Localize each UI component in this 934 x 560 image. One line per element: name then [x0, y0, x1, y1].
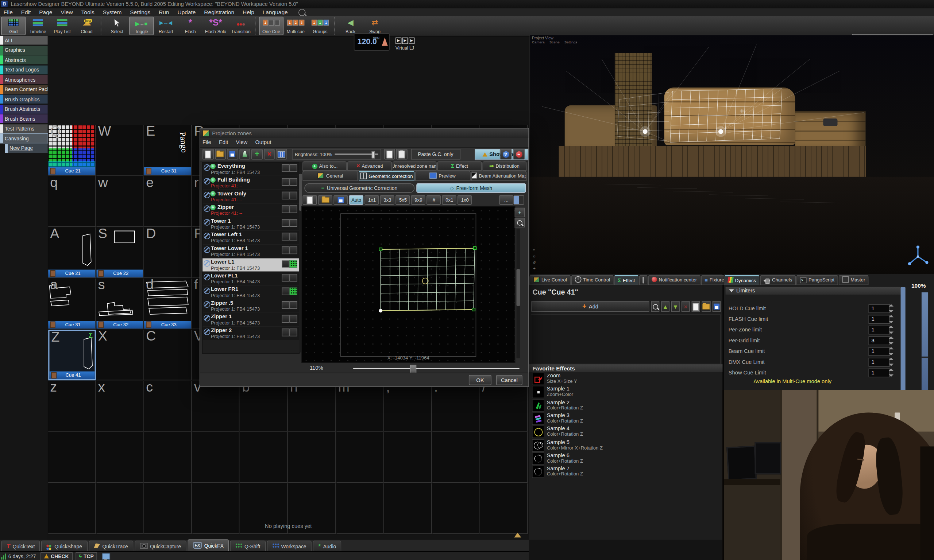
- cue-cell-cue-33[interactable]: dCue 33: [144, 278, 191, 329]
- zone-disable-icon[interactable]: [203, 274, 210, 280]
- cue-cell[interactable]: [384, 432, 432, 483]
- one-cue-button[interactable]: 1One Cue: [259, 17, 284, 35]
- flash-button[interactable]: *Flash: [178, 17, 202, 35]
- cue-cell[interactable]: v: [192, 381, 240, 432]
- zone-add-icon[interactable]: +: [210, 191, 216, 197]
- paste-gc-only-button[interactable]: Paste G.C. only: [411, 149, 460, 159]
- zone-disable-icon[interactable]: [203, 301, 210, 308]
- zone-row-tower-lower-1[interactable]: Tower Lower 1Projector 1: FB4 15473: [202, 245, 299, 258]
- sidebar-item-brush-abstracts[interactable]: Brush Abstracts: [0, 105, 48, 113]
- cue-cell[interactable]: [144, 432, 191, 483]
- back-button[interactable]: ◀Back: [338, 17, 363, 35]
- mesh-scrollbar[interactable]: [516, 229, 520, 358]
- zone-checkbox-1[interactable]: [282, 301, 289, 309]
- zone-disable-icon[interactable]: [203, 232, 210, 239]
- limiter-spinner[interactable]: [888, 326, 894, 334]
- limiter-value-input[interactable]: 1: [868, 315, 890, 324]
- zone-row-tower-1[interactable]: Tower 1Projector 1: FB4 15473: [202, 217, 299, 231]
- tab-notification-center[interactable]: Notification center: [648, 275, 701, 285]
- cue-cell[interactable]: [336, 432, 384, 483]
- tab-channels[interactable]: Channels: [760, 275, 796, 285]
- tab-unresolved-zone-names[interactable]: ×Unresolved zone names: [393, 161, 437, 171]
- quicktab-q-shift[interactable]: Q-Shift: [230, 540, 266, 551]
- mesh-preset-#[interactable]: #: [427, 195, 441, 205]
- mesh-add-point-button[interactable]: +: [515, 208, 525, 217]
- favorite-effect-zoom[interactable]: ZoomSize X+Size Y: [531, 372, 721, 385]
- favorite-effect-sample-4[interactable]: Sample 4Color+Rotation Z: [531, 426, 721, 438]
- limiter-spinner[interactable]: [888, 369, 894, 377]
- cue-cell-cue-31[interactable]: PangoECue 31: [144, 125, 191, 176]
- paste-gc-button[interactable]: [396, 149, 407, 159]
- limiter-value-input[interactable]: 1: [868, 358, 890, 366]
- cue-cell[interactable]: n: [288, 381, 336, 432]
- cue-cell[interactable]: [96, 432, 144, 483]
- brightness-slider[interactable]: [334, 154, 378, 155]
- cue-cell-cue-21[interactable]: ACue 21: [48, 228, 96, 278]
- mesh-preset-0x1[interactable]: 0x1: [442, 195, 456, 205]
- limiter-spinner[interactable]: [888, 347, 894, 355]
- zone-disable-icon[interactable]: [203, 192, 210, 198]
- cue-cell-cue-22[interactable]: SCue 22: [96, 228, 144, 278]
- cue-cell[interactable]: w: [96, 176, 144, 227]
- cue-cell[interactable]: X: [96, 329, 144, 380]
- delete-effect-button[interactable]: ×: [681, 301, 690, 312]
- spin-up-icon[interactable]: [889, 315, 894, 318]
- limiter-value-input[interactable]: 1: [868, 369, 890, 377]
- favorite-effect-sample-6[interactable]: Sample 6Color+Rotation Z: [531, 452, 721, 465]
- select-button[interactable]: Select: [105, 17, 129, 35]
- ok-button[interactable]: OK: [469, 375, 492, 385]
- zone-checkbox-2[interactable]: [289, 260, 297, 268]
- grid-scroll-up-icon[interactable]: [514, 533, 521, 537]
- zone-checkbox-1[interactable]: [282, 246, 289, 254]
- open-button[interactable]: [215, 149, 226, 159]
- zone-row-zipper-2[interactable]: Zipper 2Projector 1: FB4 15473: [202, 327, 299, 340]
- tab-beam-attenuation-map[interactable]: Beam Attenuation Map: [471, 171, 527, 181]
- cue-cell[interactable]: [48, 432, 96, 483]
- multi-cue-button[interactable]: 123Multi cue: [284, 17, 308, 35]
- tab-live-control[interactable]: Live Control: [529, 275, 570, 285]
- new-effect-button[interactable]: [692, 301, 700, 312]
- quicktab-quicktext[interactable]: TQuickText: [1, 540, 40, 551]
- delete-zone-button[interactable]: ×: [264, 149, 275, 159]
- cue-cell-cue-31[interactable]: aCue 31: [48, 278, 96, 329]
- zone-checkbox-2[interactable]: [289, 219, 297, 227]
- sidebar-item-canvasing[interactable]: Canvasing: [0, 134, 48, 143]
- limiter-value-input[interactable]: 1: [868, 347, 890, 356]
- favorite-effect-sample-3[interactable]: Sample 3Color+Rotation Z: [531, 412, 721, 425]
- tcp-indicator[interactable]: ϟTCP: [76, 552, 97, 560]
- zone-checkbox-2[interactable]: [289, 232, 297, 240]
- tab-pangoscript[interactable]: >_PangoScript: [797, 275, 838, 285]
- tab-geometric-correction[interactable]: Geometric correction: [359, 171, 414, 181]
- cue-cell[interactable]: [288, 432, 336, 483]
- zoom-knob[interactable]: [410, 365, 416, 373]
- timeline-button[interactable]: Timeline: [26, 17, 50, 35]
- zone-checkbox-2[interactable]: [289, 315, 297, 323]
- menu-item-help[interactable]: Help: [243, 9, 254, 15]
- menu-item-update[interactable]: Update: [177, 9, 196, 15]
- slider-knob[interactable]: [371, 151, 375, 158]
- zone-checkbox-1[interactable]: [282, 219, 289, 227]
- limiter-spinner[interactable]: [888, 304, 894, 312]
- spin-down-icon[interactable]: [889, 310, 894, 313]
- preview-menu-settings[interactable]: Settings: [564, 40, 577, 44]
- spin-down-icon[interactable]: [889, 342, 894, 345]
- zone-row-tower-only[interactable]: +Tower OnlyProjector 41: --: [202, 190, 299, 203]
- zone-row-lower-fl1[interactable]: Lower FL1Projector 1: FB4 15473: [202, 272, 299, 285]
- universal-geometric-correction-button[interactable]: ≡Universal Geometric Correction: [304, 183, 414, 193]
- menu-item-file[interactable]: File: [4, 9, 13, 15]
- cue-cell[interactable]: e: [144, 176, 191, 227]
- tab-general[interactable]: General: [302, 171, 358, 181]
- cue-cell[interactable]: z: [48, 381, 96, 432]
- zone-checkbox-1[interactable]: [282, 328, 289, 336]
- menu-item-tools[interactable]: Tools: [82, 9, 94, 15]
- spin-up-icon[interactable]: [889, 358, 894, 360]
- tab-preview[interactable]: Preview: [415, 171, 470, 181]
- zoom-slider[interactable]: [353, 368, 519, 369]
- move-up-button[interactable]: ▲: [661, 301, 669, 312]
- cue-cell[interactable]: D: [144, 228, 191, 278]
- favorite-effect-sample-7[interactable]: Sample 7Color+Rotation Z: [531, 466, 721, 478]
- dialog-menu-file[interactable]: File: [202, 139, 211, 145]
- quicktab-quickcapture[interactable]: QuickCapture: [135, 540, 186, 551]
- cue-cell-cue-41[interactable]: ZΣCue 41: [48, 329, 96, 380]
- mesh-preset-auto[interactable]: Auto: [349, 195, 364, 205]
